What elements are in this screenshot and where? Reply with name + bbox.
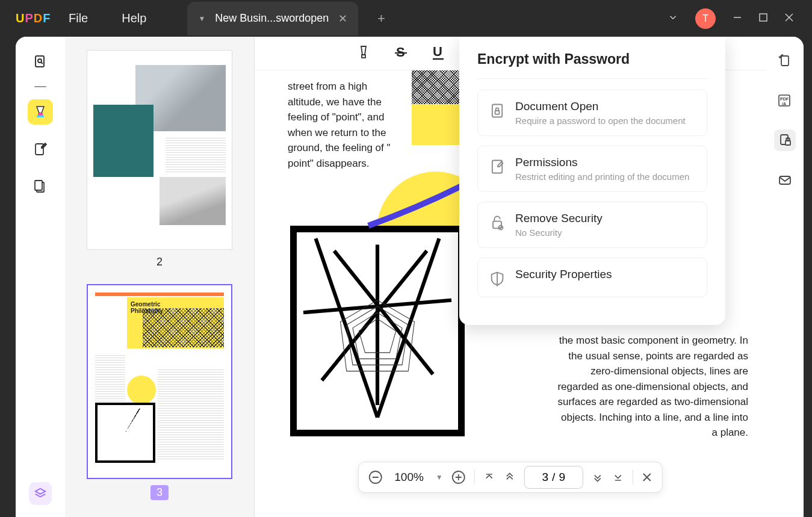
unlock-icon (489, 214, 506, 231)
pdfa-icon[interactable]: PDF/A (774, 90, 796, 111)
document-edit-icon (489, 158, 506, 175)
svg-rect-7 (38, 113, 43, 116)
first-page-button[interactable] (483, 471, 495, 483)
thumbnail-page-3[interactable]: GeometricPhilosophy (87, 284, 232, 479)
svg-text:PDF: PDF (780, 97, 789, 101)
underline-icon[interactable]: U (431, 45, 445, 63)
close-zoombar-icon[interactable] (642, 472, 652, 483)
svg-line-6 (41, 62, 43, 64)
svg-rect-8 (37, 116, 44, 117)
option-permissions[interactable]: PermissionsRestrict editing and printing… (477, 146, 707, 192)
search-tool[interactable] (28, 49, 53, 74)
option-security-properties[interactable]: Security Properties (477, 258, 707, 297)
thumbnail-label-selected: 3 (150, 485, 169, 500)
zoom-out-button[interactable] (368, 470, 382, 484)
user-avatar[interactable]: T (695, 8, 716, 29)
svg-rect-4 (36, 56, 44, 67)
page-text-block: street from a high altitude, we have the… (288, 79, 396, 171)
close-icon[interactable]: ✕ (338, 12, 347, 25)
separator (34, 86, 46, 87)
pages-tool[interactable] (28, 174, 53, 199)
svg-rect-11 (35, 181, 42, 190)
encrypt-panel: Encrypt with Password Document OpenRequi… (459, 37, 725, 325)
chevron-down-icon[interactable] (668, 12, 678, 25)
shield-icon (489, 270, 506, 287)
document-tab[interactable]: ▼ New Busin...swordopen ✕ (187, 2, 358, 36)
edit-tool[interactable] (28, 137, 53, 162)
svg-line-22 (334, 251, 433, 374)
highlight-tool[interactable] (28, 99, 53, 125)
svg-rect-45 (781, 56, 789, 66)
last-page-button[interactable] (612, 471, 624, 483)
tab-dropdown-icon[interactable]: ▼ (198, 14, 205, 23)
page-text-block-2: the most basic component in geometry. In… (556, 333, 748, 441)
rotate-icon[interactable] (774, 50, 796, 72)
svg-rect-13 (362, 55, 365, 58)
zoom-dropdown-icon[interactable]: ▼ (436, 473, 443, 481)
svg-text:/A: /A (782, 102, 786, 106)
svg-rect-50 (786, 141, 790, 145)
maximize-icon[interactable] (759, 13, 767, 24)
zoom-bar: 100% ▼ 3/9 (358, 462, 663, 493)
prev-page-button[interactable] (504, 471, 516, 483)
highlighter-icon[interactable] (356, 44, 371, 63)
document-lock-icon (489, 102, 506, 119)
page-geometric-image (290, 226, 465, 436)
svg-rect-51 (779, 176, 790, 184)
svg-rect-30 (495, 111, 500, 114)
tab-title: New Busin...swordopen (215, 12, 329, 25)
app-logo: UPDF (16, 11, 52, 25)
window-close-icon[interactable] (784, 13, 794, 25)
panel-title: Encrypt with Password (477, 51, 707, 79)
svg-rect-1 (760, 14, 767, 21)
svg-line-19 (377, 238, 439, 417)
page-input[interactable]: 3/9 (524, 466, 583, 489)
svg-marker-12 (36, 489, 46, 494)
new-tab-button[interactable]: + (369, 11, 393, 26)
mail-icon[interactable] (774, 169, 796, 191)
option-remove-security[interactable]: Remove SecurityNo Security (477, 202, 707, 248)
security-icon[interactable] (774, 129, 796, 151)
svg-text:U: U (433, 45, 442, 59)
layers-button[interactable] (29, 482, 52, 505)
menu-help[interactable]: Help (105, 11, 163, 25)
option-document-open[interactable]: Document OpenRequire a password to open … (477, 90, 707, 136)
zoom-value: 100% (391, 471, 427, 484)
menu-file[interactable]: File (52, 11, 105, 25)
zoom-in-button[interactable] (451, 470, 466, 484)
strikethrough-icon[interactable]: S (394, 45, 408, 62)
minimize-icon[interactable] (733, 13, 742, 25)
thumbnail-page-2[interactable] (87, 50, 232, 250)
next-page-button[interactable] (592, 471, 604, 483)
thumbnail-label: 2 (87, 256, 232, 268)
